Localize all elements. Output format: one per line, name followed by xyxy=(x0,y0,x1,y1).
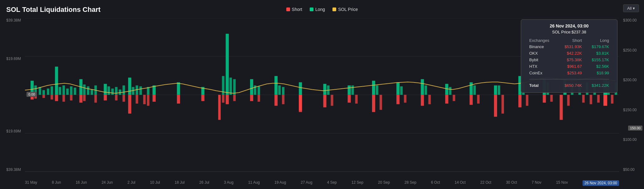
legend-sol-price-label: SOL Price xyxy=(338,7,358,12)
y-right-3: $200.00 xyxy=(623,78,637,82)
svg-rect-114 xyxy=(501,95,504,114)
svg-rect-119 xyxy=(560,95,563,120)
svg-rect-98 xyxy=(299,95,302,112)
svg-rect-107 xyxy=(424,85,427,95)
svg-rect-73 xyxy=(111,88,114,95)
svg-rect-128 xyxy=(597,95,600,103)
svg-rect-63 xyxy=(70,86,72,95)
tooltip-total-row: Total $650.74K $341.22K xyxy=(527,82,612,89)
svg-rect-48 xyxy=(543,95,546,103)
okx-short: $42.22K xyxy=(557,50,584,57)
x-label-9: 11 Aug xyxy=(248,180,260,186)
y-right-2: $250.00 xyxy=(623,48,637,52)
x-label-12: 4 Sep xyxy=(327,180,337,186)
exchange-bybit: Bybit xyxy=(527,57,557,63)
x-label-3: 24 Jun xyxy=(102,180,113,186)
legend-sol-price: SOL Price xyxy=(332,7,358,12)
svg-rect-100 xyxy=(331,95,333,106)
svg-rect-7 xyxy=(55,67,58,95)
svg-rect-41 xyxy=(470,82,473,95)
svg-rect-8 xyxy=(55,95,58,101)
svg-rect-30 xyxy=(323,95,327,107)
okx-long: $3.81K xyxy=(584,50,612,57)
table-row: HTX $961.67 $2.56K xyxy=(527,63,612,70)
y-right-1: $300.00 xyxy=(623,18,637,22)
svg-rect-55 xyxy=(42,95,45,98)
x-label-5: 10 Jul xyxy=(150,180,160,186)
y-left-3: $19.69M xyxy=(6,129,21,133)
svg-rect-77 xyxy=(123,85,125,95)
svg-rect-12 xyxy=(104,95,107,101)
svg-rect-43 xyxy=(494,85,497,95)
svg-rect-22 xyxy=(226,95,229,104)
svg-rect-116 xyxy=(526,95,528,106)
svg-rect-121 xyxy=(567,95,570,106)
coinex-long: $18.99 xyxy=(584,70,612,76)
table-row: CoinEx $253.49 $18.99 xyxy=(527,70,612,76)
svg-rect-102 xyxy=(355,95,358,104)
svg-rect-82 xyxy=(139,86,142,95)
svg-rect-39 xyxy=(445,84,448,95)
x-label-16: 6 Oct xyxy=(431,180,440,186)
svg-rect-81 xyxy=(136,95,138,104)
total-long: $341.22K xyxy=(584,82,612,89)
y-left-1: $39.38M xyxy=(6,18,21,22)
long-dot xyxy=(310,7,313,11)
bybit-long: $155.17K xyxy=(584,57,612,63)
svg-rect-24 xyxy=(250,95,253,101)
x-label-8: 3 Aug xyxy=(224,180,234,186)
svg-rect-89 xyxy=(233,79,236,95)
chart-legend: Short Long SOL Price xyxy=(286,7,358,12)
svg-rect-111 xyxy=(473,85,476,95)
y-right-5: $100.00 xyxy=(623,137,637,142)
svg-rect-46 xyxy=(518,95,521,107)
legend-short: Short xyxy=(286,7,302,12)
svg-rect-54 xyxy=(42,90,45,95)
svg-rect-29 xyxy=(323,84,327,95)
total-label: Total xyxy=(527,82,557,89)
exchange-htx: HTX xyxy=(527,63,557,70)
tooltip: 26 Nov 2024, 03:00 SOL Price:$237.38 Exc… xyxy=(521,19,617,93)
x-label-0: 31 May xyxy=(25,180,37,186)
svg-rect-10 xyxy=(79,95,82,103)
y-axis-left: $39.38M $19.69M $19.69M $39.38M xyxy=(0,18,23,172)
svg-rect-75 xyxy=(115,95,118,101)
svg-rect-33 xyxy=(372,81,375,95)
svg-rect-106 xyxy=(404,95,406,103)
legend-long: Long xyxy=(310,7,325,12)
svg-rect-18 xyxy=(177,95,180,104)
htx-long: $2.56K xyxy=(584,63,612,70)
svg-rect-92 xyxy=(258,86,260,95)
svg-rect-68 xyxy=(87,86,90,95)
x-label-4: 2 Jul xyxy=(128,180,135,186)
svg-rect-66 xyxy=(83,84,85,95)
chart-title: SOL Total Liquidations Chart xyxy=(6,6,100,14)
y-left-4: $39.38M xyxy=(6,167,21,172)
svg-rect-26 xyxy=(274,95,278,106)
svg-rect-25 xyxy=(274,76,278,95)
sol-price-dot xyxy=(332,7,336,11)
svg-rect-101 xyxy=(351,85,354,95)
col-long: Long xyxy=(584,37,612,43)
svg-rect-85 xyxy=(147,95,149,106)
svg-rect-53 xyxy=(39,87,41,95)
svg-rect-118 xyxy=(550,95,553,102)
total-short: $650.74K xyxy=(557,82,584,89)
tooltip-table: Exchanges Short Long Binance $531.93K $1… xyxy=(527,37,612,89)
svg-rect-124 xyxy=(582,95,585,103)
exchange-okx: OKX xyxy=(527,50,557,57)
svg-rect-112 xyxy=(477,95,480,104)
all-button[interactable]: All ▾ xyxy=(623,4,639,12)
x-label-17: 14 Oct xyxy=(455,180,466,186)
svg-rect-62 xyxy=(66,88,69,95)
svg-rect-13 xyxy=(128,77,131,95)
svg-rect-61 xyxy=(62,95,65,102)
svg-rect-60 xyxy=(62,85,65,95)
svg-rect-104 xyxy=(380,95,382,110)
svg-rect-83 xyxy=(143,95,146,104)
x-label-7: 26 Jul xyxy=(199,180,209,186)
x-label-18: 22 Oct xyxy=(480,180,491,186)
svg-rect-105 xyxy=(400,86,403,95)
svg-rect-67 xyxy=(83,95,85,101)
svg-rect-94 xyxy=(278,85,281,95)
